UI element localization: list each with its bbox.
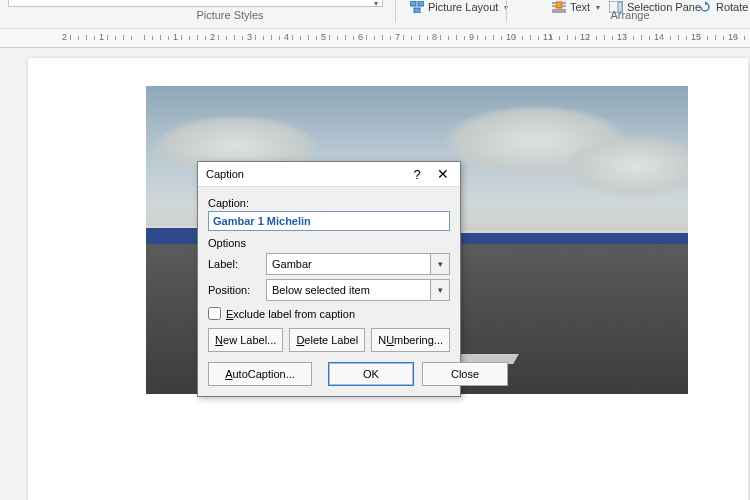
ruler-mark: 1: [173, 32, 178, 42]
picture-layout-icon: [410, 1, 424, 13]
svg-rect-1: [418, 1, 424, 6]
chevron-down-icon: ▾: [430, 254, 449, 274]
picture-styles-group-label: Picture Styles: [170, 9, 290, 21]
new-label-button[interactable]: New Label...: [208, 328, 283, 352]
picture-styles-more[interactable]: ▾: [369, 0, 383, 7]
ruler-mark: 6: [358, 32, 363, 42]
ruler-mark: 8: [432, 32, 437, 42]
picture-layout-button[interactable]: Picture Layout ▾: [410, 0, 508, 14]
autocaption-button[interactable]: AutoCaption...: [208, 362, 312, 386]
svg-rect-2: [414, 8, 420, 13]
close-dialog-button[interactable]: Close: [422, 362, 508, 386]
picture-layout-label: Picture Layout: [428, 1, 498, 13]
position-dropdown[interactable]: Below selected item ▾: [266, 279, 450, 301]
label-dropdown[interactable]: Gambar ▾: [266, 253, 450, 275]
ruler-mark: 2: [210, 32, 215, 42]
delete-label-button[interactable]: Delete Label: [289, 328, 365, 352]
ribbon-separator: [506, 0, 507, 22]
rotate-label: Rotate: [716, 1, 748, 13]
options-label: Options: [208, 237, 450, 249]
numbering-button[interactable]: NUmbering...: [371, 328, 450, 352]
arrange-group-label: Arrange: [580, 9, 680, 21]
ruler-mark: 1: [99, 32, 104, 42]
svg-rect-3: [556, 2, 562, 8]
caption-field-label: Caption:: [208, 197, 450, 209]
exclude-label-checkbox[interactable]: [208, 307, 221, 320]
exclude-label-checkbox-row[interactable]: Exclude label from caption: [208, 307, 450, 320]
exclude-label-text: Exclude label from caption: [226, 308, 355, 320]
ruler-mark: 5: [321, 32, 326, 42]
rotate-button[interactable]: Rotate: [698, 0, 748, 14]
rotate-icon: [698, 1, 712, 13]
ruler-mark: 7: [395, 32, 400, 42]
ruler-mark: 3: [247, 32, 252, 42]
ruler-mark: 4: [284, 32, 289, 42]
ribbon-separator: [395, 0, 396, 22]
dialog-titlebar[interactable]: Caption ? ✕: [198, 162, 460, 187]
picture-styles-gallery[interactable]: [8, 0, 380, 7]
close-icon: ✕: [437, 166, 449, 182]
wrap-text-icon: [552, 1, 566, 13]
caption-input[interactable]: [208, 211, 450, 231]
position-dropdown-value: Below selected item: [267, 284, 430, 296]
ruler-mark: 2: [62, 32, 67, 42]
position-dropdown-label: Position:: [208, 284, 260, 296]
close-button[interactable]: ✕: [430, 164, 456, 184]
ribbon: ▾ Picture Styles Picture Layout ▾ Text ▾…: [0, 0, 750, 29]
ok-button[interactable]: OK: [328, 362, 414, 386]
label-dropdown-value: Gambar: [267, 258, 430, 270]
svg-rect-0: [410, 1, 416, 6]
chevron-down-icon: ▾: [430, 280, 449, 300]
label-dropdown-label: Label:: [208, 258, 260, 270]
help-button[interactable]: ?: [404, 164, 430, 184]
document-area: Caption ? ✕ Caption: Options Label: Gamb…: [0, 48, 750, 500]
caption-dialog: Caption ? ✕ Caption: Options Label: Gamb…: [197, 161, 461, 397]
dialog-title: Caption: [206, 168, 404, 180]
horizontal-ruler[interactable]: 211234567891011121314151617: [0, 29, 750, 48]
ruler-mark: 9: [469, 32, 474, 42]
